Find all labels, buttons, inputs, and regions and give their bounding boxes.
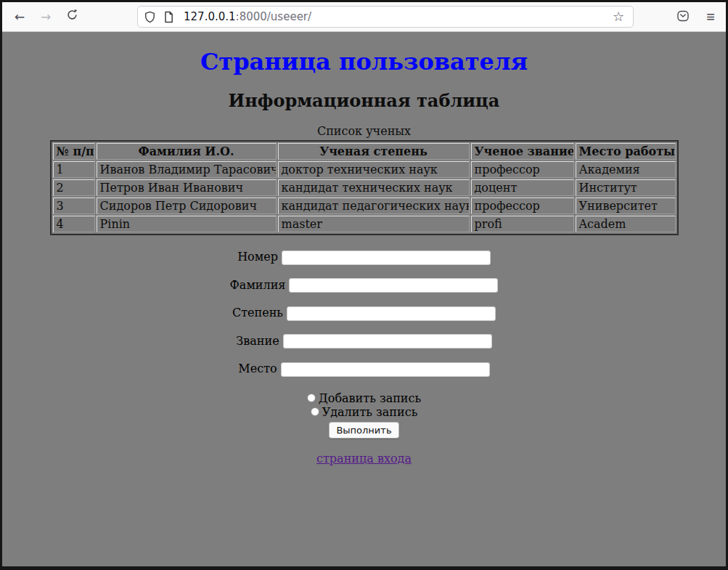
table-cell: Университет	[576, 198, 676, 214]
column-header: Фамилия И.О.	[97, 143, 277, 160]
action-radio-group: Добавить запись Удалить запись	[2, 391, 726, 419]
surname-field[interactable]	[289, 278, 498, 293]
pocket-icon[interactable]	[675, 9, 691, 25]
form-row-rank: Звание	[2, 334, 726, 349]
table-cell: Академия	[576, 161, 676, 178]
delete-record-label: Удалить запись	[322, 405, 418, 419]
button-row: Выполнить	[2, 422, 726, 439]
table-cell: 1	[53, 161, 95, 178]
table-cell: кандидат технических наук	[278, 179, 470, 196]
toolbar-right-icons: ≡	[675, 9, 719, 25]
column-header: Ученое звание	[471, 143, 574, 160]
login-page-link[interactable]: страница входа	[316, 452, 412, 465]
reload-icon	[66, 9, 78, 21]
table-cell: доктор технических наук	[278, 161, 470, 178]
table-cell: Иванов Владимир Тарасович	[97, 161, 277, 178]
url-host: 127.0.0.1	[184, 10, 236, 23]
page-title: Страница пользователя	[2, 48, 726, 76]
reload-button[interactable]	[63, 7, 81, 26]
bookmark-star-icon[interactable]: ☆	[610, 8, 627, 25]
delete-record-radio[interactable]	[311, 407, 319, 416]
table-cell: Academ	[576, 216, 676, 232]
execute-button[interactable]: Выполнить	[329, 422, 398, 439]
forward-button[interactable]: →	[37, 7, 54, 26]
form-row-place: Место	[2, 362, 726, 377]
number-field-label: Номер	[237, 250, 278, 264]
table-cell: profi	[471, 216, 574, 232]
table-cell: 4	[53, 216, 95, 232]
scientists-table: Список ученых № п/п Фамилия И.О. Ученая …	[50, 124, 679, 235]
table-header-row: № п/п Фамилия И.О. Ученая степень Ученое…	[53, 143, 676, 160]
table-cell: кандидат педагогических наук	[278, 198, 470, 214]
table-cell: Институт	[576, 179, 676, 196]
rank-field-label: Звание	[236, 334, 279, 348]
table-cell: 3	[53, 198, 95, 214]
table-row: 3 Сидоров Петр Сидорович кандидат педаго…	[53, 198, 676, 214]
table-cell: доцент	[471, 179, 574, 196]
browser-toolbar: ← → 127.0.0.1:8000/useeer/ ☆	[2, 2, 726, 32]
number-field[interactable]	[282, 251, 491, 265]
table-row: 1 Иванов Владимир Тарасович доктор техни…	[53, 161, 676, 178]
table-cell: Сидоров Петр Сидорович	[97, 198, 277, 214]
table-cell: профессор	[471, 161, 574, 178]
back-button[interactable]: ←	[11, 7, 28, 26]
surname-field-label: Фамилия	[230, 278, 286, 292]
browser-window: ← → 127.0.0.1:8000/useeer/ ☆	[0, 0, 728, 570]
add-record-label: Добавить запись	[319, 391, 421, 405]
place-field-label: Место	[238, 362, 277, 375]
url-text[interactable]: 127.0.0.1:8000/useeer/	[184, 10, 610, 23]
table-cell: master	[278, 216, 470, 232]
table-cell: профессор	[471, 198, 574, 214]
form-row-degree: Степень	[2, 306, 726, 321]
place-field[interactable]	[281, 362, 490, 377]
shield-icon[interactable]	[144, 11, 156, 23]
column-header: Ученая степень	[278, 143, 470, 160]
url-path: :8000/useeer/	[236, 10, 312, 23]
form-row-surname: Фамилия	[2, 278, 726, 293]
menu-icon[interactable]: ≡	[703, 9, 719, 25]
form-row-number: Номер	[2, 250, 726, 265]
table-caption: Список ученых	[50, 124, 679, 140]
degree-field[interactable]	[287, 306, 496, 321]
page-subtitle: Информационная таблица	[2, 90, 726, 111]
table-row: 4 Pinin master profi Academ	[53, 216, 676, 232]
add-record-radio[interactable]	[307, 394, 316, 402]
link-row: страница входа	[2, 452, 726, 465]
degree-field-label: Степень	[232, 306, 283, 319]
column-header: Место работы	[576, 143, 676, 160]
table-cell: Pinin	[97, 216, 277, 232]
table-row: 2 Петров Иван Иванович кандидат техничес…	[53, 179, 676, 196]
page-icon[interactable]	[163, 11, 175, 23]
radio-line-delete: Удалить запись	[2, 405, 726, 419]
url-bar[interactable]: 127.0.0.1:8000/useeer/ ☆	[137, 6, 634, 28]
rank-field[interactable]	[283, 334, 492, 349]
radio-line-add: Добавить запись	[2, 391, 726, 405]
table-cell: Петров Иван Иванович	[97, 179, 277, 196]
page-content: Страница пользователя Информационная таб…	[2, 32, 726, 566]
table-cell: 2	[53, 179, 95, 196]
column-header: № п/п	[53, 143, 95, 160]
